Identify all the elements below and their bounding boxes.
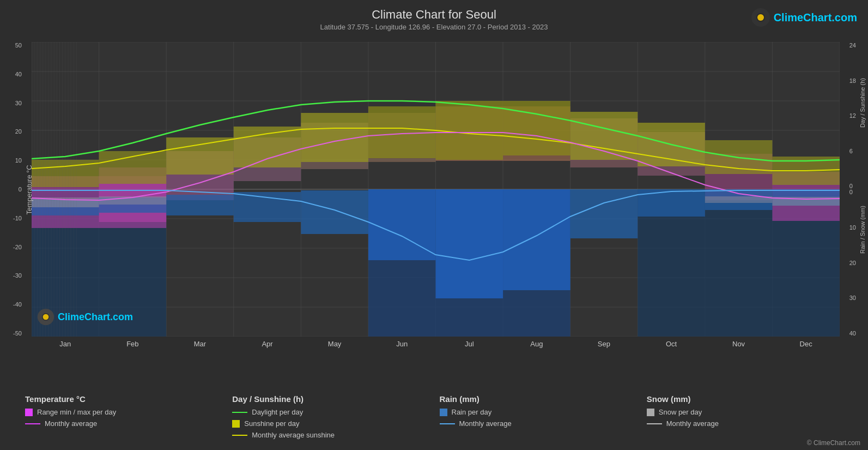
y-axis-right-top: 24 18 12 6 0: [849, 42, 856, 189]
svg-rect-58: [166, 195, 234, 215]
legend-temp-avg-icon: [25, 423, 40, 424]
legend-snow: Snow (mm) Snow per day Monthly average: [641, 394, 848, 442]
legend-daylight-icon: [232, 412, 247, 413]
logo-top-right: ClimeChart.com: [751, 8, 857, 27]
legend-snow-box: Snow per day: [647, 408, 843, 416]
x-label-oct: Oct: [638, 340, 705, 348]
x-label-jun: Jun: [368, 340, 436, 348]
chart-canvas: ClimeChart.com: [32, 42, 840, 337]
legend-sunshine-box: Sunshine per day: [232, 419, 428, 428]
legend-daylight-label: Daylight per day: [252, 408, 303, 416]
legend-temp-range-label: Range min / max per day: [37, 408, 116, 416]
legend-snow-avg-label: Monthly average: [666, 419, 719, 428]
svg-rect-70: [705, 196, 773, 203]
legend-sunshine-avg-label: Monthly average sunshine: [252, 431, 335, 439]
legend-rain-avg-label: Monthly average: [459, 419, 512, 428]
legend-temperature: Temperature °C Range min / max per day M…: [20, 394, 227, 442]
logo-text-bottom: ClimeChart.com: [58, 311, 133, 323]
legend-snow-avg: Monthly average: [647, 419, 843, 428]
title-section: Climate Chart for Seoul Latitude 37.575 …: [0, 0, 868, 31]
legend-snow-avg-icon: [647, 423, 662, 424]
legend-rain: Rain (mm) Rain per day Monthly average: [434, 394, 641, 442]
svg-rect-62: [436, 189, 503, 298]
right-axis-label-top: Day / Sunshine (h): [859, 78, 866, 128]
logo-text-top: ClimeChart.com: [774, 11, 857, 24]
x-label-jul: Jul: [435, 340, 503, 348]
svg-rect-46: [166, 137, 234, 175]
legend-temp-avg-label: Monthly average: [45, 419, 97, 428]
left-axis-label: Temperature °C: [25, 165, 33, 214]
legend-snow-box-icon: [647, 409, 654, 416]
chart-subtitle: Latitude 37.575 - Longitude 126.96 - Ele…: [0, 23, 868, 31]
legend-sunshine-title: Day / Sunshine (h): [232, 394, 428, 404]
legend-temperature-title: Temperature °C: [25, 394, 221, 404]
right-axis-label-bottom: Rain / Snow (mm): [859, 206, 866, 254]
legend-temp-avg: Monthly average: [25, 419, 221, 428]
legend-sunshine-box-label: Sunshine per day: [244, 419, 299, 428]
x-label-may: May: [301, 340, 368, 348]
legend-sunshine: Day / Sunshine (h) Daylight per day Suns…: [227, 394, 434, 442]
main-svg: [32, 42, 840, 337]
x-label-dec: Dec: [772, 340, 840, 348]
legend-rain-box-label: Rain per day: [452, 408, 492, 416]
legend-snow-box-label: Snow per day: [659, 408, 702, 416]
legend-sunshine-box-icon: [232, 420, 240, 428]
x-label-mar: Mar: [166, 340, 234, 348]
x-label-jan: Jan: [32, 340, 99, 348]
svg-rect-63: [503, 189, 570, 290]
svg-point-2: [757, 14, 764, 21]
legend-snow-title: Snow (mm): [647, 394, 843, 404]
legend-rain-title: Rain (mm): [440, 394, 636, 404]
legend-temp-range: Range min / max per day: [25, 408, 221, 416]
x-label-sep: Sep: [570, 340, 638, 348]
svg-rect-51: [503, 101, 570, 155]
legend-rain-avg-icon: [440, 423, 455, 424]
legend-sunshine-avg: Monthly average sunshine: [232, 431, 428, 439]
y-axis-right-bottom: 0 10 20 30 40: [849, 189, 856, 337]
svg-rect-47: [234, 127, 301, 167]
svg-point-90: [43, 314, 49, 320]
legend-rain-box-icon: [440, 409, 447, 416]
svg-rect-60: [301, 190, 368, 234]
svg-rect-59: [234, 192, 301, 222]
legend-sunshine-avg-icon: [232, 435, 247, 436]
logo-icon-bottom: [37, 308, 54, 326]
chart-title: Climate Chart for Seoul: [0, 8, 868, 22]
x-label-apr: Apr: [234, 340, 301, 348]
legend-temp-range-icon: [25, 409, 33, 416]
main-container: Climate Chart for Seoul Latitude 37.575 …: [0, 0, 868, 450]
x-label-feb: Feb: [99, 340, 167, 348]
legend-rain-avg: Monthly average: [440, 419, 636, 428]
legend-area: Temperature °C Range min / max per day M…: [11, 394, 857, 442]
watermark-bottom-right: © ClimeChart.com: [807, 439, 860, 447]
legend-daylight: Daylight per day: [232, 408, 428, 416]
x-label-aug: Aug: [503, 340, 570, 348]
legend-rain-box: Rain per day: [440, 408, 636, 416]
svg-rect-49: [368, 106, 436, 158]
x-axis: Jan Feb Mar Apr May Jun Jul Aug Sep Oct …: [32, 340, 840, 348]
svg-rect-50: [436, 101, 503, 160]
logo-icon-top: [751, 8, 770, 27]
logo-bottom-left: ClimeChart.com: [37, 308, 133, 326]
y-axis-left: 50 40 30 20 10 0 -10 -20 -30 -40 -50: [13, 42, 22, 337]
x-label-nov: Nov: [705, 340, 773, 348]
